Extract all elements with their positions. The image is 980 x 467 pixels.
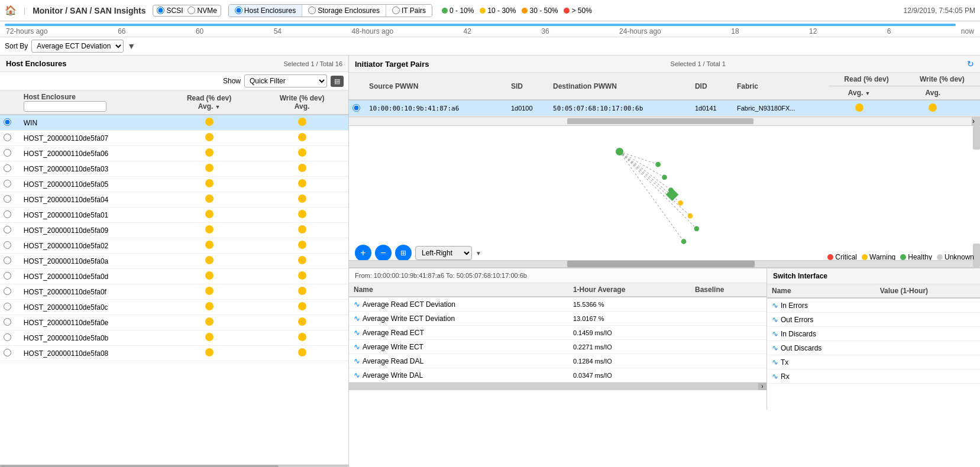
topo-vscroll[interactable]	[973, 126, 980, 267]
host-row-radio[interactable]	[0, 223, 20, 238]
metric-chart-icon: ∿	[354, 300, 360, 309]
nvme-radio[interactable]: NVMe	[187, 7, 216, 15]
itp-row-did: 1d0141	[691, 100, 733, 116]
switch-chart-icon: ∿	[772, 315, 778, 324]
host-row-read-dot	[163, 223, 255, 238]
host-table-row[interactable]: HOST_200000110de5fa01	[0, 207, 348, 223]
metric-label: Average Read ECT	[363, 329, 424, 337]
host-row-radio[interactable]	[0, 238, 20, 254]
host-table-row[interactable]: HOST_200000110de5fa02	[0, 238, 348, 254]
read-sort-icon[interactable]: ▼	[215, 104, 220, 110]
itp-table-row[interactable]: 10:00:00:10:9b:41:87:a6 1d0100 50:05:07:…	[349, 100, 980, 116]
host-row-read-dot	[163, 284, 255, 300]
host-row-radio[interactable]	[0, 300, 20, 315]
timeline-progress[interactable]	[5, 24, 956, 26]
host-table-row[interactable]: HOST_200000110de5fa07	[0, 131, 348, 146]
th-radio	[0, 90, 20, 115]
host-table-row[interactable]: HOST_200000110de5fa09	[0, 223, 348, 238]
tab-storage-enclosures[interactable]: Storage Enclosures	[302, 5, 386, 17]
itp-scroll-right[interactable]: ›	[972, 117, 980, 125]
read-avg-sort-icon[interactable]: ▼	[865, 90, 870, 96]
host-table-row[interactable]: HOST_200000110de5fa0e	[0, 315, 348, 330]
host-table-row[interactable]: HOST_200000110de5fa0b	[0, 330, 348, 346]
dot-yellow	[480, 8, 486, 14]
host-table-row[interactable]: HOST_200000110de5fa0d	[0, 269, 348, 284]
switch-value-cell	[875, 355, 980, 369]
host-row-radio[interactable]	[0, 315, 20, 330]
metric-chart-icon: ∿	[354, 342, 360, 351]
metric-baseline-cell	[690, 368, 766, 382]
host-table-row[interactable]: HOST_200000110de5fa06	[0, 146, 348, 161]
unknown-dot	[937, 254, 943, 260]
switch-header: Switch Interface	[767, 268, 980, 284]
host-search-input[interactable]	[24, 101, 106, 112]
itp-row-radio[interactable]	[349, 100, 366, 116]
topo-hscroll[interactable]	[349, 260, 973, 267]
left-panel-header: Host Enclosures Selected 1 / Total 16	[0, 56, 348, 72]
th-write-avg[interactable]: Avg.	[904, 86, 962, 100]
tab-host-enclosures[interactable]: Host Enclosures	[229, 5, 302, 17]
direction-dropdown-icon[interactable]: ▼	[476, 250, 481, 257]
host-row-radio[interactable]	[0, 346, 20, 361]
topo-fit-button[interactable]: ⊞	[395, 245, 412, 261]
host-row-read-dot	[163, 146, 255, 161]
metrics-scroll-area[interactable]: ›	[349, 382, 766, 390]
datetime: 12/9/2019, 7:54:05 PM	[904, 7, 975, 15]
metrics-scroll-right-btn[interactable]: ›	[758, 383, 766, 390]
host-table-row[interactable]: HOST_200000110de5fa0a	[0, 254, 348, 269]
th-dest-pwwn[interactable]: Destination PWWN	[549, 73, 691, 100]
host-row-radio[interactable]	[0, 269, 20, 284]
sort-dropdown-icon[interactable]: ▼	[127, 41, 135, 51]
host-row-radio[interactable]	[0, 284, 20, 300]
filter-button[interactable]: ▤	[331, 76, 344, 87]
legend-0-10: 0 - 10%	[442, 7, 474, 15]
th-sid[interactable]: SID	[507, 73, 549, 100]
svg-rect-15	[666, 188, 679, 201]
host-table-scrollbar[interactable]	[0, 465, 348, 467]
topo-vscroll-top-thumb	[973, 126, 980, 150]
host-row-radio[interactable]	[0, 177, 20, 192]
host-row-radio[interactable]	[0, 330, 20, 346]
host-row-radio[interactable]	[0, 254, 20, 269]
host-table-row[interactable]: HOST_200000110de5fa0f	[0, 284, 348, 300]
sort-select[interactable]: Average ECT Deviation	[31, 40, 124, 53]
host-table-row[interactable]: HOST_200000110de5fa05	[0, 177, 348, 192]
metrics-hscroll[interactable]	[349, 383, 758, 390]
topo-zoom-in-button[interactable]: +	[355, 245, 371, 261]
host-table-row[interactable]: HOST_200000110de5fa04	[0, 192, 348, 207]
switch-metric-name-cell: ∿ In Errors	[767, 298, 875, 313]
host-row-radio[interactable]	[0, 115, 20, 131]
tab-it-pairs[interactable]: IT Pairs	[386, 5, 432, 17]
host-row-radio[interactable]	[0, 161, 20, 177]
itp-scroll-area[interactable]: ›	[349, 117, 980, 126]
topo-zoom-out-button[interactable]: −	[375, 245, 392, 261]
th-read-avg[interactable]: Avg. ▼	[829, 86, 890, 100]
host-row-read-dot	[163, 269, 255, 284]
host-row-read-dot	[163, 254, 255, 269]
th-source-pwwn[interactable]: Source PWWN	[366, 73, 507, 100]
host-row-radio[interactable]	[0, 131, 20, 146]
host-table-row[interactable]: HOST_200000110de5fa03	[0, 161, 348, 177]
switch-table-row: ∿ Out Errors	[767, 313, 980, 327]
host-table-row[interactable]: WIN	[0, 115, 348, 131]
home-icon[interactable]: 🏠	[5, 5, 17, 16]
th-did[interactable]: DID	[691, 73, 733, 100]
filter-select[interactable]: Quick Filter	[244, 74, 327, 87]
metrics-table-row: ∿ Average Read ECT 0.1459 ms/IO	[349, 326, 766, 340]
host-row-read-dot	[163, 192, 255, 207]
left-panel-count: Selected 1 / Total 16	[284, 60, 342, 67]
direction-select[interactable]: Left-Right Top-Bottom	[415, 246, 472, 260]
scsi-radio[interactable]: SCSI	[157, 7, 183, 15]
host-row-radio[interactable]	[0, 146, 20, 161]
host-row-read-dot	[163, 115, 255, 131]
right-panel: Initiator Target Pairs Selected 1 / Tota…	[349, 56, 980, 467]
host-table-row[interactable]: HOST_200000110de5fa08	[0, 346, 348, 361]
th-fabric[interactable]: Fabric	[733, 73, 829, 100]
host-row-name: HOST_200000110de5fa0a	[20, 254, 163, 269]
host-row-radio[interactable]	[0, 207, 20, 223]
th-host-enclosure[interactable]: Host Enclosure	[20, 90, 163, 115]
host-row-name: HOST_200000110de5fa04	[20, 192, 163, 207]
host-table-row[interactable]: HOST_200000110de5fa0c	[0, 300, 348, 315]
host-row-radio[interactable]	[0, 192, 20, 207]
itp-refresh-icon[interactable]: ↻	[967, 59, 974, 69]
